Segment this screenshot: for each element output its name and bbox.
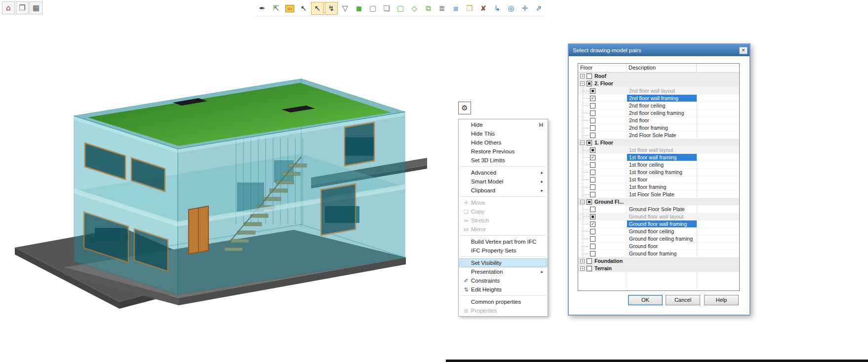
row-description[interactable]: 1st floor ceiling framing	[627, 169, 697, 176]
filter-icon[interactable]: ▽	[339, 2, 352, 15]
crop-region-icon[interactable]: ⇱	[270, 2, 282, 15]
help-button[interactable]: Help	[704, 295, 739, 305]
checkbox-empty[interactable]	[590, 118, 595, 123]
description-column-header[interactable]: Description	[627, 64, 697, 72]
tree-row-ground-floor[interactable]: Ground floor	[578, 243, 739, 250]
floor-column-header[interactable]: Floor	[578, 64, 627, 72]
checkbox-checked[interactable]: ✓	[590, 96, 595, 101]
checkbox-empty[interactable]	[587, 258, 592, 264]
tree-row-2nd-floor-ceiling-framing[interactable]: 2nd floor ceiling framing	[578, 109, 739, 117]
checkbox-partial[interactable]	[587, 199, 592, 205]
row-description[interactable]: Ground floor ceiling framing	[627, 235, 697, 242]
tree-row-ground-floor-wall-framing[interactable]: ✓Ground floor wall framing	[578, 220, 739, 228]
report-icon[interactable]: ≣	[435, 2, 448, 15]
checkbox-empty[interactable]	[587, 73, 592, 79]
tree-row-1st-floor-wall-framing[interactable]: ✓1st floor wall framing	[578, 154, 739, 161]
checkbox-empty[interactable]	[590, 244, 595, 249]
menu-item-edit-heights[interactable]: ⇅Edit Heights	[459, 285, 547, 294]
row-description[interactable]: Ground floor wall layout	[627, 213, 697, 220]
checkbox-empty[interactable]	[590, 162, 595, 168]
menu-item-set-visibility[interactable]: Set Visibility	[459, 258, 547, 267]
checkbox-partial[interactable]	[587, 140, 592, 145]
menu-item-clipboard[interactable]: Clipboard▸	[459, 186, 547, 195]
checkbox-checked[interactable]: ✓	[590, 221, 595, 227]
expand-icon[interactable]: +	[580, 266, 585, 271]
checkbox-empty[interactable]	[590, 177, 595, 182]
export-model-icon[interactable]: ⧉	[422, 2, 434, 15]
tree-row-2nd-floor[interactable]: 2nd floor	[578, 117, 739, 124]
folder-icon[interactable]: ❒	[463, 2, 476, 15]
checkbox-empty[interactable]	[590, 207, 595, 212]
checkbox-empty[interactable]	[590, 251, 595, 256]
checkbox-empty[interactable]	[590, 192, 595, 197]
import-doc-icon[interactable]: ⧈	[449, 2, 462, 15]
tree-group-1-floor[interactable]: −1. Floor	[578, 139, 739, 146]
tree-row-1st-floor-ceiling[interactable]: 1st floor ceiling	[578, 161, 739, 169]
checkbox-square[interactable]	[590, 147, 595, 153]
shaded-model-icon[interactable]: ▢	[394, 2, 407, 15]
cancel-button[interactable]: Cancel	[666, 295, 700, 305]
row-description[interactable]: Ground floor wall framing	[627, 220, 697, 227]
row-description[interactable]: Ground floor framing	[627, 250, 697, 257]
tree-group-2-floor[interactable]: −2. Floor	[578, 80, 739, 87]
tree-group-roof[interactable]: +Roof	[578, 72, 739, 80]
row-description[interactable]: Ground Floor Sole Plate	[627, 206, 697, 213]
row-description[interactable]: 2nd Floor Sole Plate	[627, 132, 697, 139]
collapse-icon[interactable]: −	[580, 200, 585, 204]
pin-icon[interactable]: ✒	[256, 2, 269, 15]
menu-item-hide-this[interactable]: Hide This	[459, 129, 547, 138]
menu-item-constraints[interactable]: ✐Constraints	[459, 276, 547, 285]
gear-button[interactable]: ⚙	[458, 102, 471, 114]
measure-icon[interactable]: ▭	[283, 2, 296, 15]
checkbox-checked[interactable]: ✓	[590, 155, 595, 160]
purge-icon[interactable]: ✘	[477, 2, 490, 15]
tree-row-1st-floor-sole-plate[interactable]: 1st Floor Sole Plate	[578, 191, 739, 198]
checkbox-empty[interactable]	[587, 266, 592, 271]
row-description[interactable]: 2nd floor framing	[627, 124, 697, 131]
tree-group-foundation[interactable]: +Foundation	[578, 257, 739, 265]
menu-item-restore-previous[interactable]: Restore Previous	[459, 147, 547, 156]
tree-row-1st-floor-wall-layout[interactable]: 1st floor wall layout	[578, 146, 739, 154]
row-description[interactable]: 1st floor wall layout	[627, 146, 697, 153]
row-description[interactable]: 1st floor framing	[627, 183, 697, 190]
menu-item-ifc-property-sets[interactable]: IFC Property Sets	[459, 246, 547, 255]
viewport-3d[interactable]	[0, 20, 444, 326]
menu-item-common-properties[interactable]: Common properties	[459, 297, 547, 306]
row-description[interactable]: 1st Floor Sole Plate	[627, 191, 697, 198]
checkbox-square[interactable]	[590, 88, 595, 94]
checkbox-empty[interactable]	[590, 229, 595, 234]
row-description[interactable]: 1st floor	[627, 176, 697, 183]
checkbox-empty[interactable]	[590, 103, 595, 109]
checkbox-empty[interactable]	[590, 133, 595, 138]
menu-item-set-3d-limits[interactable]: Set 3D Limits	[459, 156, 547, 165]
checkbox-empty[interactable]	[590, 236, 595, 242]
menu-item-presentation[interactable]: Presentation▸	[459, 267, 547, 276]
row-description[interactable]: 1st floor wall framing	[627, 154, 697, 161]
checkbox-empty[interactable]	[590, 125, 595, 131]
row-description[interactable]: Ground floor	[627, 243, 697, 250]
row-description[interactable]: 2nd floor ceiling	[627, 102, 697, 109]
tree-row-2nd-floor-wall-layout[interactable]: 2nd floor wall layout	[578, 87, 739, 95]
iso-view-icon[interactable]: ◇	[408, 2, 421, 15]
ok-button[interactable]: OK	[628, 295, 663, 305]
row-description[interactable]: Ground floor ceiling	[627, 228, 697, 235]
drawings-icon[interactable]: ⌂	[2, 1, 15, 14]
model-3d-view[interactable]	[5, 64, 439, 311]
expand-icon[interactable]: +	[580, 259, 585, 263]
checkbox-empty[interactable]	[590, 170, 595, 175]
menu-item-smart-model[interactable]: Smart Model▸	[459, 177, 547, 186]
select-vertical-icon[interactable]: ↖	[311, 2, 324, 15]
menu-item-hide-others[interactable]: Hide Others	[459, 138, 547, 147]
tree-row-ground-floor-framing[interactable]: Ground floor framing	[578, 250, 739, 257]
menu-item-advanced[interactable]: Advanced▸	[459, 168, 547, 177]
tree-group-terrain[interactable]: +Terrain	[578, 265, 739, 272]
tree-row-1st-floor[interactable]: 1st floor	[578, 176, 739, 183]
menu-item-build-vertex-part-from-ifc[interactable]: Build Vertex part from IFC	[459, 237, 547, 246]
dialog-titlebar[interactable]: Select drawing-model pairs ✕	[569, 44, 750, 56]
tree-row-2nd-floor-wall-framing[interactable]: ✓2nd floor wall framing	[578, 95, 739, 102]
wire-model-icon[interactable]: ▢	[366, 2, 379, 15]
row-description[interactable]: 2nd floor wall layout	[627, 87, 697, 94]
select-cursor-icon[interactable]: ↖	[297, 2, 310, 15]
tree-row-2nd-floor-framing[interactable]: 2nd floor framing	[578, 124, 739, 132]
checkbox-empty[interactable]	[590, 184, 595, 190]
